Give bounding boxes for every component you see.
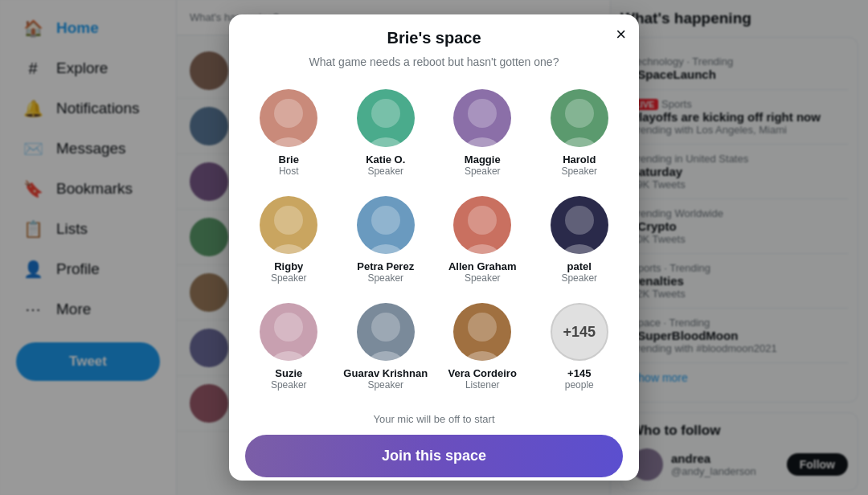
participant-name: Guarav Krishnan (343, 367, 428, 379)
svg-point-5 (468, 99, 497, 128)
participant-avatar (260, 303, 317, 361)
participant-name: Vera Cordeiro (448, 367, 517, 379)
participant-4: RigbySpeaker (242, 188, 336, 292)
svg-point-15 (565, 206, 594, 235)
participant-name: patel (567, 260, 592, 272)
participant-avatar (551, 196, 608, 254)
svg-point-7 (565, 99, 594, 128)
svg-point-0 (269, 137, 308, 147)
svg-point-14 (560, 244, 599, 254)
svg-point-20 (463, 351, 502, 361)
participant-avatar (357, 196, 415, 254)
close-button[interactable]: × (616, 26, 626, 43)
svg-point-4 (463, 137, 502, 147)
svg-point-1 (274, 99, 303, 128)
modal-title: Brie's space (387, 29, 481, 47)
participant-avatar (453, 303, 511, 361)
participant-10: Vera CordeiroListener (436, 295, 530, 399)
participant-role: Speaker (561, 166, 597, 177)
participant-6: Allen GrahamSpeaker (436, 188, 530, 292)
participant-role: Speaker (271, 272, 307, 284)
svg-point-8 (269, 244, 308, 254)
participant-name: Petra Perez (357, 260, 414, 272)
participant-name: Katie O. (366, 153, 405, 166)
svg-point-19 (371, 313, 400, 342)
participant-name: Rigby (274, 260, 303, 272)
participant-8: SuzieSpeaker (242, 295, 336, 399)
participant-avatar (453, 196, 511, 254)
svg-point-17 (274, 313, 303, 342)
svg-point-12 (463, 244, 502, 254)
modal-overlay: Brie's space × What game needs a reboot … (0, 0, 868, 495)
participant-avatar: +145 (551, 303, 608, 361)
participant-role: Speaker (465, 272, 501, 284)
participant-2: MaggieSpeaker (436, 81, 530, 185)
participant-role: Host (279, 166, 299, 177)
participant-role: people (565, 379, 594, 391)
participant-1: Katie O.Speaker (339, 81, 433, 185)
svg-point-9 (274, 206, 303, 235)
participant-name: Suzie (275, 367, 302, 379)
svg-point-6 (560, 137, 599, 147)
participant-name: Maggie (465, 153, 501, 166)
participant-avatar (357, 89, 415, 147)
participant-7: patelSpeaker (533, 188, 627, 292)
mic-note: Your mic will be off to start (229, 407, 639, 435)
participant-11: +145+145people (533, 295, 627, 399)
participant-avatar (260, 89, 317, 147)
space-modal: Brie's space × What game needs a reboot … (229, 14, 639, 481)
svg-point-13 (468, 206, 497, 235)
modal-header: Brie's space × (229, 14, 639, 52)
participant-name: +145 (567, 367, 591, 379)
svg-point-16 (269, 351, 308, 361)
participant-avatar (453, 89, 511, 147)
svg-point-11 (371, 206, 400, 235)
svg-point-2 (366, 137, 405, 147)
participant-3: HaroldSpeaker (533, 81, 627, 185)
participant-name: Allen Graham (448, 260, 517, 272)
modal-subtitle: What game needs a reboot but hasn't gott… (229, 52, 639, 81)
participant-role: Speaker (367, 166, 403, 177)
participant-role: Speaker (561, 272, 597, 284)
join-space-button[interactable]: Join this space (245, 435, 623, 477)
participant-name: Harold (563, 153, 596, 166)
participant-role: Speaker (367, 379, 403, 391)
svg-point-21 (468, 313, 497, 342)
participant-role: Speaker (367, 272, 403, 284)
participant-0: BrieHost (242, 81, 336, 185)
participant-avatar (551, 89, 608, 147)
participant-avatar (357, 303, 415, 361)
svg-point-18 (366, 351, 405, 361)
participant-9: Guarav KrishnanSpeaker (339, 295, 433, 399)
participants-grid: BrieHostKatie O.SpeakerMaggieSpeakerHaro… (229, 81, 639, 407)
participant-role: Listener (465, 379, 500, 391)
svg-point-3 (371, 99, 400, 128)
participant-name: Brie (279, 153, 299, 166)
participant-role: Speaker (465, 166, 501, 177)
participant-5: Petra PerezSpeaker (339, 188, 433, 292)
svg-point-10 (366, 244, 405, 254)
participant-avatar (260, 196, 317, 254)
participant-role: Speaker (271, 379, 307, 391)
